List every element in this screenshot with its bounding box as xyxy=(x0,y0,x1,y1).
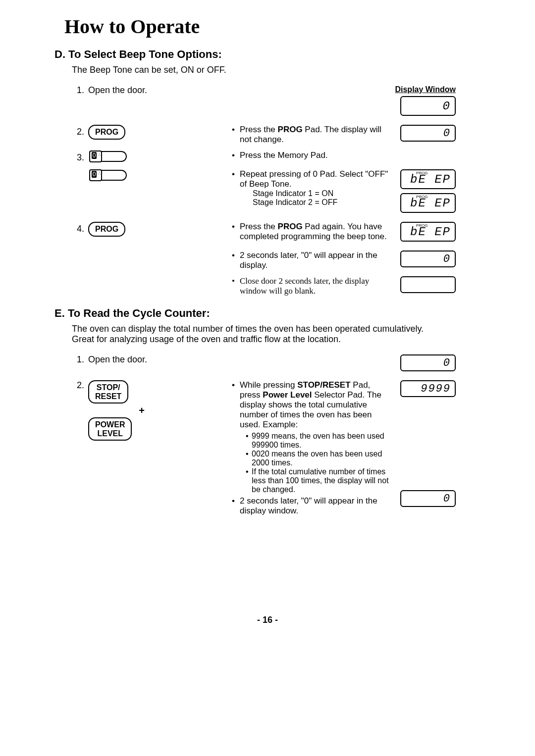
section-d-heading: D. To Select Beep Tone Options: xyxy=(54,48,485,61)
section-d-intro: The Beep Tone can be set, ON or OFF. xyxy=(72,65,428,75)
display-box xyxy=(400,276,456,293)
handwritten-note: Close door 2 seconds later, the display … xyxy=(235,276,391,296)
display-box: bE EP xyxy=(400,169,456,189)
stage-indicator: Stage Indicator 2 = OFF xyxy=(253,198,391,207)
step-desc: Press the Memory Pad. xyxy=(235,151,391,160)
power-level-pad: POWER LEVEL xyxy=(88,417,132,441)
display-box: bE EP xyxy=(400,222,456,242)
display-box: 0 xyxy=(400,125,456,142)
display-box: 0 xyxy=(400,96,456,116)
memory-pad-icon xyxy=(89,151,127,162)
plus-icon: + xyxy=(127,403,157,417)
step-desc: 2 seconds later, "0" will appear in the … xyxy=(235,496,391,516)
step-number: 2. xyxy=(69,380,88,391)
step-desc: Press the PROG Pad. The display will not… xyxy=(235,125,391,145)
step-number: 4. xyxy=(69,224,88,234)
step-text: Open the door. xyxy=(88,354,147,365)
example-item: 9999 means, the oven has been used 99990… xyxy=(246,432,391,450)
display-box: 0 xyxy=(400,251,456,267)
display-box: 0 xyxy=(400,490,456,507)
section-e-intro: The oven can display the total number of… xyxy=(72,324,428,345)
step-desc: 2 seconds later, "0" will appear in the … xyxy=(235,251,391,270)
example-item: If the total cumulative number of times … xyxy=(246,467,391,494)
step-number: 2. xyxy=(69,127,88,137)
prog-pad: PROG xyxy=(88,125,125,140)
stage-indicator: Stage Indicator 1 = ON xyxy=(253,189,391,198)
section-e-heading: E. To Read the Cycle Counter: xyxy=(54,307,485,320)
step-desc: Repeat pressing of 0 Pad. Select "OFF" o… xyxy=(235,169,391,189)
display-box: bE EP xyxy=(400,193,456,213)
page-number: - 16 - xyxy=(50,615,485,625)
page-title: How to Operate xyxy=(64,15,485,38)
step-text: Open the door. xyxy=(88,85,147,96)
step-desc: Press the PROG Pad again. You have compl… xyxy=(235,222,391,242)
step-desc: While pressing STOP/RESET Pad, press Pow… xyxy=(235,380,391,430)
display-window-label: Display Window xyxy=(395,85,456,94)
stop-reset-pad: STOP/ RESET xyxy=(88,380,128,403)
step-number: 1. xyxy=(69,354,88,365)
display-box: 0 xyxy=(400,354,456,371)
example-item: 0020 means the oven has been used 2000 t… xyxy=(246,450,391,467)
memory-pad-icon xyxy=(89,169,127,181)
step-number: 1. xyxy=(69,85,88,96)
step-number: 3. xyxy=(69,152,88,163)
prog-pad: PROG xyxy=(88,222,125,237)
display-box: 9999 xyxy=(400,380,456,397)
